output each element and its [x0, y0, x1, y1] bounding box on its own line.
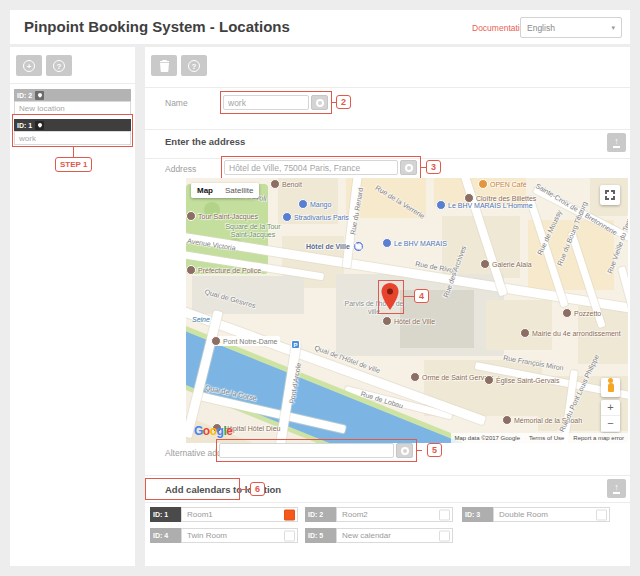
google-map[interactable]: BenoitMangoStradivarius ParisTour Saint-… — [186, 178, 628, 443]
map-label: Hôtel de Ville — [306, 241, 364, 252]
street-view-pegman-button[interactable] — [601, 378, 620, 397]
calendar-id-badge: ID: 2 — [305, 507, 336, 522]
map-type-map-button[interactable]: Map — [191, 183, 219, 198]
parking-icon: P — [291, 340, 300, 349]
fullscreen-icon — [605, 190, 615, 200]
calendar-item[interactable]: ID: 1 Room1 — [150, 507, 298, 522]
map-label: Orme de Saint Gervais — [410, 372, 493, 382]
calendar-name-field[interactable]: Room2 — [336, 507, 453, 522]
calendar-name-field[interactable]: Room1 — [181, 507, 298, 522]
delete-location-button[interactable] — [151, 55, 177, 76]
page-title: Pinpoint Booking System - Locations — [24, 18, 290, 35]
map-block — [486, 300, 552, 350]
callout6-connector — [240, 489, 250, 490]
language-select-value: English — [527, 23, 555, 33]
map-label: Mairie du 4e arrondissement — [520, 328, 598, 338]
map-data-credit: Map data ©2017 Google — [455, 435, 520, 441]
address-section-toggle[interactable] — [607, 133, 626, 152]
google-logo[interactable]: Google — [194, 424, 232, 438]
calendar-name: Room1 — [187, 510, 213, 519]
calendar-checkbox[interactable] — [439, 530, 450, 541]
fullscreen-button[interactable] — [600, 185, 620, 205]
map-marker[interactable] — [381, 283, 399, 315]
divider — [145, 475, 630, 476]
google-logo-letter: G — [194, 424, 203, 438]
header-bar: Pinpoint Booking System - Locations Docu… — [10, 10, 630, 44]
location-list-item[interactable]: ID: 2 New location — [14, 89, 131, 115]
alt-address-input[interactable] — [219, 443, 394, 458]
location-icon — [35, 121, 44, 130]
editor-toolbar — [151, 55, 207, 76]
calendar-item[interactable]: ID: 3 Double Room — [462, 507, 610, 522]
calendar-item[interactable]: ID: 4 Twin Room — [150, 528, 298, 543]
calendar-id-badge: ID: 3 — [462, 507, 493, 522]
name-save-button[interactable] — [311, 95, 328, 110]
address-section-title: Enter the address — [165, 136, 245, 147]
calendar-checkbox[interactable] — [284, 530, 295, 541]
map-label: Mango — [298, 199, 331, 209]
address-save-button[interactable] — [400, 160, 417, 175]
callout-6: 6 — [250, 482, 265, 496]
map-attribution: Map data ©2017 Google Terms of Use Repor… — [451, 433, 629, 443]
calendar-item[interactable]: ID: 5 New calendar — [305, 528, 453, 543]
calendar-name-field[interactable]: New calendar — [336, 528, 453, 543]
map-label: Le BHV MARAIS — [382, 238, 447, 248]
google-logo-letter: o — [210, 424, 217, 438]
step1-connector-line — [73, 147, 74, 157]
marker-pin-icon — [381, 283, 399, 311]
editor-help-button[interactable] — [181, 55, 207, 76]
map-type-control: Map Satellite — [191, 183, 259, 198]
calendar-name-field[interactable]: Double Room — [493, 507, 610, 522]
calendar-list: ID: 1 Room1 ID: 2 Room2 ID: 3 Double Roo… — [145, 507, 625, 549]
terms-of-use-link[interactable]: Terms of Use — [529, 435, 564, 441]
collapse-icon — [613, 483, 620, 494]
location-item-header[interactable]: ID: 2 — [14, 89, 131, 101]
location-item-header[interactable]: ID: 1 — [14, 119, 131, 131]
divider — [145, 502, 630, 503]
zoom-in-button[interactable]: + — [601, 400, 620, 416]
add-location-button[interactable] — [16, 55, 42, 76]
map-label: Benoit — [270, 179, 302, 189]
location-editor-panel: Name 2 Enter the address Address 3 — [145, 47, 630, 566]
map-label: Galerie Alaia — [480, 259, 532, 269]
calendar-checkbox[interactable] — [284, 509, 295, 520]
map-label: Square de la Tour Saint-Jacques — [222, 223, 284, 240]
callout-4: 4 — [414, 289, 429, 303]
calendar-id-badge: ID: 4 — [150, 528, 181, 543]
calendar-checkbox[interactable] — [439, 509, 450, 520]
language-select[interactable]: English — [520, 17, 622, 38]
calendar-checkbox[interactable] — [596, 509, 607, 520]
name-input[interactable] — [223, 95, 309, 110]
calendar-id-badge: ID: 1 — [150, 507, 181, 522]
update-icon — [401, 447, 409, 455]
address-label: Address — [165, 164, 196, 174]
location-name-field[interactable]: New location — [14, 101, 131, 115]
sidebar-help-button[interactable] — [46, 55, 72, 76]
divider — [145, 158, 630, 159]
divider — [145, 87, 630, 88]
calendar-name: Twin Room — [187, 531, 227, 540]
map-label: Hôtel de Ville — [382, 316, 435, 326]
location-list-item[interactable]: ID: 1 work — [14, 119, 131, 145]
location-list: ID: 2 New location ID: 1 work — [14, 89, 131, 149]
report-map-error-link[interactable]: Report a map error — [573, 435, 624, 441]
map-label: Cloître des Billettes — [464, 193, 536, 203]
calendar-item[interactable]: ID: 2 Room2 — [305, 507, 453, 522]
pegman-icon — [608, 383, 614, 392]
address-input[interactable] — [224, 160, 398, 175]
map-type-satellite-button[interactable]: Satellite — [219, 183, 259, 198]
map-zoom-control: + − — [601, 400, 620, 432]
plus-icon — [23, 60, 35, 72]
calendars-section-toggle[interactable] — [607, 479, 626, 498]
step1-callout: STEP 1 — [55, 157, 92, 172]
calendar-name: Room2 — [342, 510, 368, 519]
divider — [10, 83, 135, 84]
alt-address-save-button[interactable] — [396, 443, 413, 458]
location-name-field[interactable]: work — [14, 131, 131, 145]
name-label: Name — [165, 98, 188, 108]
callout-3: 3 — [426, 160, 441, 174]
zoom-out-button[interactable]: − — [601, 416, 620, 432]
calendar-name-field[interactable]: Twin Room — [181, 528, 298, 543]
location-id-badge: ID: 1 — [17, 122, 32, 129]
map-label: Pont Notre-Dame — [208, 336, 280, 346]
